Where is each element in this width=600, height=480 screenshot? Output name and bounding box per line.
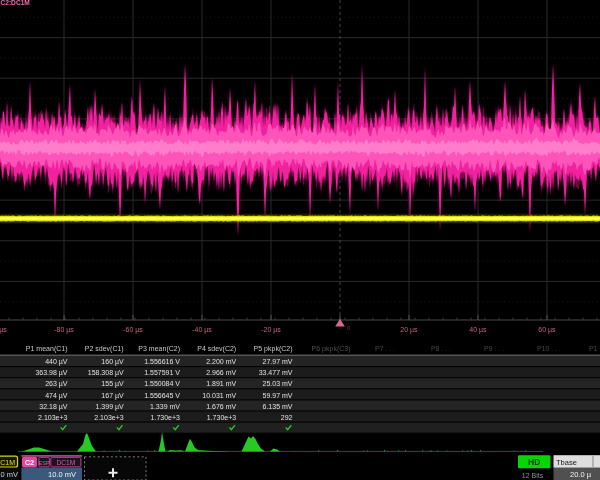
svg-text:2.966 mV: 2.966 mV <box>206 369 236 376</box>
svg-text:-80 µs: -80 µs <box>54 326 74 334</box>
svg-text:1.339 mV: 1.339 mV <box>150 403 180 410</box>
svg-text:2.103e+3: 2.103e+3 <box>94 414 123 421</box>
svg-text:40 µs: 40 µs <box>469 326 487 334</box>
svg-text:263 µV: 263 µV <box>45 380 68 388</box>
svg-text:C2: C2 <box>25 458 35 467</box>
svg-text:2.103e+3: 2.103e+3 <box>38 414 67 421</box>
svg-text:1.557591 V: 1.557591 V <box>144 369 180 376</box>
svg-text:12 Bits: 12 Bits <box>522 472 544 479</box>
svg-text:-20 µs: -20 µs <box>261 326 281 334</box>
svg-text:33.477 mV: 33.477 mV <box>259 369 293 376</box>
svg-text:1.556645 V: 1.556645 V <box>144 392 180 399</box>
svg-text:P9 . . .: P9 . . . <box>484 345 504 352</box>
svg-text:27.97 mV: 27.97 mV <box>263 358 293 365</box>
svg-text:167 µV: 167 µV <box>101 392 124 400</box>
svg-text:P7 . . .: P7 . . . <box>375 345 395 352</box>
svg-text:P1 mean(C1): P1 mean(C1) <box>26 345 68 353</box>
svg-text:P3 mean(C2): P3 mean(C2) <box>138 345 180 353</box>
svg-text:ESP: ESP <box>38 460 49 466</box>
svg-text:2.200 mV: 2.200 mV <box>206 358 236 365</box>
svg-text:Tbase: Tbase <box>556 458 577 467</box>
svg-text:C2:DC1M: C2:DC1M <box>1 0 31 6</box>
svg-text:1.730e+3: 1.730e+3 <box>207 414 236 421</box>
svg-text:HD: HD <box>528 457 540 467</box>
svg-text:155 µV: 155 µV <box>101 380 124 388</box>
svg-text:P10 . . .: P10 . . . <box>537 345 561 352</box>
svg-text:DC1M: DC1M <box>0 459 15 466</box>
svg-text:160 µV: 160 µV <box>101 358 124 366</box>
svg-text:-100 µs: -100 µs <box>0 326 7 334</box>
svg-text:6.135 mV: 6.135 mV <box>263 403 293 410</box>
svg-text:P6 pkpk(C3): P6 pkpk(C3) <box>312 345 351 353</box>
svg-text:32.18 µV: 32.18 µV <box>39 403 67 411</box>
svg-text:P1 . . .: P1 . . . <box>589 345 600 352</box>
svg-text:363.98 µV: 363.98 µV <box>35 369 67 377</box>
svg-text:0 mV: 0 mV <box>0 470 18 479</box>
svg-text:P4 sdev(C2): P4 sdev(C2) <box>197 345 236 353</box>
svg-text:1.730e+3: 1.730e+3 <box>151 414 180 421</box>
svg-text:P8 . . .: P8 . . . <box>431 345 451 352</box>
svg-text:20.0 µ: 20.0 µ <box>570 470 592 479</box>
svg-text:440 µV: 440 µV <box>45 358 68 366</box>
svg-text:1.676 mV: 1.676 mV <box>206 403 236 410</box>
svg-text:DC1M: DC1M <box>56 459 75 466</box>
svg-text:1.399 µV: 1.399 µV <box>96 403 124 411</box>
svg-text:P5 pkpk(C2): P5 pkpk(C2) <box>254 345 293 353</box>
svg-text:1.891 mV: 1.891 mV <box>206 380 236 387</box>
svg-text:474 µV: 474 µV <box>45 392 68 400</box>
svg-text:59.97 mV: 59.97 mV <box>263 392 293 399</box>
svg-text:1.550084 V: 1.550084 V <box>144 380 180 387</box>
svg-text:1.556616 V: 1.556616 V <box>144 358 180 365</box>
svg-text:-40 µs: -40 µs <box>192 326 212 334</box>
svg-text:25.03 mV: 25.03 mV <box>263 380 293 387</box>
svg-text:10.0 mV: 10.0 mV <box>48 470 76 479</box>
svg-text:292: 292 <box>281 414 293 421</box>
svg-text:10.031 mV: 10.031 mV <box>202 392 236 399</box>
svg-text:20 µs: 20 µs <box>400 326 418 334</box>
svg-text:-60 µs: -60 µs <box>123 326 143 334</box>
svg-text:60 µs: 60 µs <box>538 326 556 334</box>
svg-text:P2 sdev(C1): P2 sdev(C1) <box>85 345 124 353</box>
svg-text:158.308 µV: 158.308 µV <box>88 369 124 377</box>
